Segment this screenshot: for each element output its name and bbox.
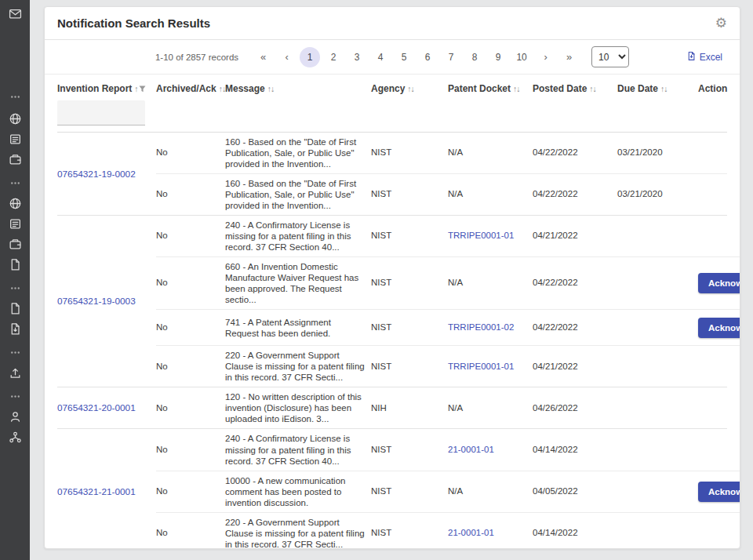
page-button-4[interactable]: 4 [370,47,391,67]
agency-cell: NIST [371,362,442,373]
patent-docket-link[interactable]: TRRIPE0001-01 [448,231,514,240]
sort-arrows-icon[interactable]: ↑↓ [407,84,414,93]
agency-cell: NIST [371,486,442,497]
column-label: Invention Report [57,83,132,94]
acknowledge-button[interactable]: Acknowledge [698,482,740,502]
file-icon[interactable] [8,257,22,271]
invention-report-link[interactable]: 07654321-19-0002 [57,169,136,180]
action-cell: Acknowledge [698,273,740,293]
news-icon[interactable] [8,216,22,231]
invention-report-link[interactable]: 07654321-20-0001 [57,402,136,413]
message-cell: 160 - Based on the "Date of First Public… [225,136,365,169]
page-button-10[interactable]: 10 [511,47,532,67]
file-download-icon[interactable] [8,322,22,336]
table-row: No660 - An Invention Domestic Manufactur… [156,256,740,309]
sort-asc-icon[interactable]: ↑ [134,84,137,93]
pager-controls: 1-10 of 2857 records«‹12345678910›»10 [155,46,629,67]
card-header: Notification Search Results ⚙ [45,7,740,40]
table-row: No240 - A Confirmatory License is missin… [156,429,740,470]
news-icon[interactable] [8,132,22,146]
page-button-5[interactable]: 5 [394,47,414,67]
invention-report-link[interactable]: 07654321-19-0003 [57,296,136,307]
person-icon[interactable] [8,409,22,424]
invention-report-link[interactable]: 07654321-21-0001 [57,486,136,497]
page-button-1[interactable]: 1 [300,47,320,67]
sort-arrows-icon[interactable]: ↑↓ [219,84,226,93]
archived-ack-cell: No [156,528,219,539]
excel-file-icon [686,51,697,64]
posted-date-cell: 04/22/2022 [533,189,611,200]
sort-arrows-icon[interactable]: ↑↓ [589,84,596,93]
gear-icon[interactable]: ⚙ [715,16,727,30]
last-page-button[interactable]: » [558,47,579,67]
invention-report-filter-input[interactable] [57,100,145,125]
patent-docket-cell: N/A [448,278,526,289]
file-icon[interactable] [8,301,22,315]
message-cell: 240 - A Confirmatory License is missing … [225,220,365,253]
posted-date-cell: 04/05/2022 [533,486,611,497]
sort-arrows-icon[interactable]: ↑↓ [513,84,520,93]
overflow-dots-icon[interactable] [8,345,22,359]
posted-date-cell: 04/21/2022 [533,362,611,373]
page-button-6[interactable]: 6 [417,47,438,67]
archived-ack-cell: No [156,147,219,158]
wallet-icon[interactable] [8,152,22,166]
column-header-archived-ack: Archived/Ack↑↓ [156,82,219,95]
patent-docket-cell: TRRIPE0001-01 [448,231,526,242]
next-page-button[interactable]: › [535,47,555,67]
column-label: Agency [371,83,405,94]
column-header-agency: Agency↑↓ [371,82,442,95]
sitemap-icon[interactable] [8,430,22,444]
posted-date-cell: 04/21/2022 [533,231,611,242]
excel-label: Excel [700,52,722,63]
patent-docket-link[interactable]: TRRIPE0001-02 [448,322,514,332]
posted-date-cell: 04/22/2022 [533,147,611,158]
message-cell: 220 - A Government Support Clause is mis… [225,517,365,549]
acknowledge-button[interactable]: Acknowledge [698,318,740,338]
report-group: 07654321-19-0003No240 - A Confirmatory L… [57,216,727,387]
filter-funnel-icon[interactable] [139,83,146,96]
message-cell: 10000 - A new communication comment has … [225,475,365,508]
upload-icon[interactable] [8,365,22,380]
wallet-icon[interactable] [8,237,22,251]
sort-arrows-icon[interactable]: ↑↓ [660,84,668,93]
action-cell: Acknowledge [698,318,740,338]
invention-report-cell: 07654321-19-0003 [57,216,156,387]
report-group-rows: No240 - A Confirmatory License is missin… [156,216,740,387]
overflow-dots-icon[interactable] [8,89,22,104]
patent-docket-link[interactable]: 21-0001-01 [448,445,494,454]
acknowledge-button[interactable]: Acknowledge [698,273,740,293]
agency-cell: NIST [371,231,442,242]
page-button-3[interactable]: 3 [347,47,367,67]
excel-export-link[interactable]: Excel [686,51,722,64]
patent-docket-link[interactable]: TRRIPE0001-01 [448,362,514,371]
globe-icon[interactable] [8,196,22,210]
patent-docket-cell: N/A [448,403,526,414]
archived-ack-cell: No [156,362,219,373]
page-button-7[interactable]: 7 [441,47,461,67]
overflow-dots-icon[interactable] [8,176,22,190]
overflow-dots-icon[interactable] [8,389,22,403]
first-page-button[interactable]: « [253,47,273,67]
page-button-2[interactable]: 2 [323,47,344,67]
page-button-9[interactable]: 9 [488,47,508,67]
patent-docket-cell: 21-0001-01 [448,445,526,456]
table-row: No160 - Based on the "Date of First Publ… [156,133,727,173]
report-group: 07654321-19-0002No160 - Based on the "Da… [57,133,727,216]
globe-icon[interactable] [8,111,22,125]
patent-docket-link[interactable]: 21-0001-01 [448,528,494,537]
overflow-dots-icon[interactable] [8,281,22,295]
posted-date-cell: 04/14/2022 [533,445,611,456]
page-button-8[interactable]: 8 [464,47,485,67]
column-label: Archived/Ack [156,83,216,94]
sort-arrows-icon[interactable]: ↑↓ [267,84,275,93]
column-header-due-date: Due Date↑↓ [617,82,692,95]
patent-docket-cell: 21-0001-01 [448,528,526,539]
agency-cell: NIST [371,189,442,200]
agency-cell: NIST [371,445,442,456]
table-header-row: Invention Report↑Archived/Ack↑↓Message↑↓… [57,75,727,133]
prev-page-button[interactable]: ‹ [276,47,296,67]
mail-icon[interactable] [8,6,22,20]
page-size-select[interactable]: 10 [591,46,629,67]
table-row: No10000 - A new communication comment ha… [156,471,740,512]
